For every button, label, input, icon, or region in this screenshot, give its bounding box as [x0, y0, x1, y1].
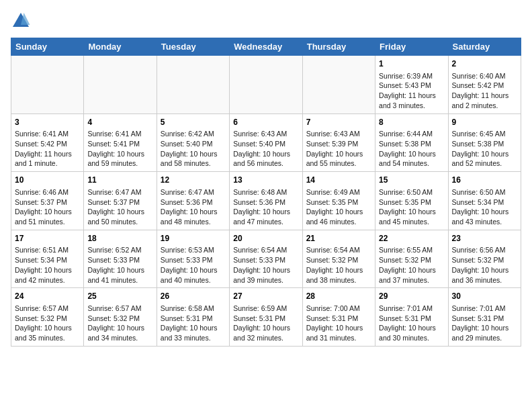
calendar-cell: 15Sunrise: 6:50 AM Sunset: 5:35 PM Dayli…	[375, 172, 448, 230]
day-info: Sunrise: 6:43 AM Sunset: 5:39 PM Dayligh…	[306, 129, 371, 169]
day-info: Sunrise: 7:01 AM Sunset: 5:31 PM Dayligh…	[379, 304, 444, 343]
calendar-cell: 13Sunrise: 6:48 AM Sunset: 5:36 PM Dayli…	[230, 172, 302, 230]
day-number: 21	[306, 233, 371, 244]
day-number: 5	[161, 117, 226, 128]
day-info: Sunrise: 7:01 AM Sunset: 5:31 PM Dayligh…	[452, 304, 517, 343]
day-info: Sunrise: 6:43 AM Sunset: 5:40 PM Dayligh…	[233, 129, 298, 169]
calendar-cell: 19Sunrise: 6:53 AM Sunset: 5:33 PM Dayli…	[157, 230, 229, 288]
day-info: Sunrise: 6:46 AM Sunset: 5:37 PM Dayligh…	[15, 187, 80, 227]
calendar-header-row: SundayMondayTuesdayWednesdayThursdayFrid…	[11, 38, 521, 56]
calendar-cell: 29Sunrise: 7:01 AM Sunset: 5:31 PM Dayli…	[375, 288, 448, 347]
day-number: 4	[87, 117, 152, 128]
day-number: 27	[233, 291, 298, 302]
day-info: Sunrise: 6:54 AM Sunset: 5:33 PM Dayligh…	[233, 245, 298, 285]
calendar-cell: 28Sunrise: 7:00 AM Sunset: 5:31 PM Dayli…	[302, 288, 375, 347]
calendar-cell: 6Sunrise: 6:43 AM Sunset: 5:40 PM Daylig…	[230, 113, 302, 172]
calendar-header-tuesday: Tuesday	[157, 38, 229, 56]
calendar-cell: 4Sunrise: 6:41 AM Sunset: 5:41 PM Daylig…	[84, 113, 157, 172]
calendar-cell: 25Sunrise: 6:57 AM Sunset: 5:32 PM Dayli…	[84, 288, 157, 347]
calendar-header-wednesday: Wednesday	[230, 38, 302, 56]
day-number: 12	[161, 175, 226, 186]
day-number: 28	[306, 291, 371, 302]
day-number: 1	[379, 58, 444, 70]
calendar-header-saturday: Saturday	[448, 38, 521, 56]
calendar-header-sunday: Sunday	[11, 38, 84, 56]
calendar-cell: 21Sunrise: 6:54 AM Sunset: 5:32 PM Dayli…	[302, 230, 375, 288]
calendar: SundayMondayTuesdayWednesdayThursdayFrid…	[11, 38, 521, 347]
day-info: Sunrise: 7:00 AM Sunset: 5:31 PM Dayligh…	[306, 304, 371, 343]
calendar-cell: 8Sunrise: 6:44 AM Sunset: 5:38 PM Daylig…	[375, 113, 448, 172]
day-info: Sunrise: 6:57 AM Sunset: 5:32 PM Dayligh…	[15, 304, 80, 343]
day-number: 9	[452, 117, 517, 128]
calendar-cell: 23Sunrise: 6:56 AM Sunset: 5:32 PM Dayli…	[448, 230, 521, 288]
day-info: Sunrise: 6:51 AM Sunset: 5:34 PM Dayligh…	[15, 245, 80, 285]
day-info: Sunrise: 6:47 AM Sunset: 5:36 PM Dayligh…	[161, 187, 226, 227]
day-info: Sunrise: 6:59 AM Sunset: 5:31 PM Dayligh…	[233, 304, 298, 343]
calendar-cell: 20Sunrise: 6:54 AM Sunset: 5:33 PM Dayli…	[230, 230, 302, 288]
calendar-cell: 11Sunrise: 6:47 AM Sunset: 5:37 PM Dayli…	[84, 172, 157, 230]
calendar-cell: 7Sunrise: 6:43 AM Sunset: 5:39 PM Daylig…	[302, 113, 375, 172]
day-number: 24	[15, 291, 80, 302]
calendar-cell: 3Sunrise: 6:41 AM Sunset: 5:42 PM Daylig…	[11, 113, 84, 172]
day-info: Sunrise: 6:41 AM Sunset: 5:41 PM Dayligh…	[87, 129, 152, 169]
day-number: 14	[306, 175, 371, 186]
calendar-header-friday: Friday	[375, 38, 448, 56]
calendar-cell	[230, 56, 302, 114]
day-number: 20	[233, 233, 298, 244]
day-number: 17	[15, 233, 80, 244]
day-info: Sunrise: 6:54 AM Sunset: 5:32 PM Dayligh…	[306, 245, 371, 285]
day-number: 11	[87, 175, 152, 186]
day-number: 8	[379, 117, 444, 128]
calendar-cell: 18Sunrise: 6:52 AM Sunset: 5:33 PM Dayli…	[84, 230, 157, 288]
calendar-cell: 27Sunrise: 6:59 AM Sunset: 5:31 PM Dayli…	[230, 288, 302, 347]
day-number: 29	[379, 291, 444, 302]
calendar-cell	[302, 56, 375, 114]
calendar-cell	[84, 56, 157, 114]
day-info: Sunrise: 6:57 AM Sunset: 5:32 PM Dayligh…	[87, 304, 152, 343]
calendar-header-monday: Monday	[84, 38, 157, 56]
day-number: 6	[233, 117, 298, 128]
calendar-cell: 14Sunrise: 6:49 AM Sunset: 5:35 PM Dayli…	[302, 172, 375, 230]
day-number: 26	[161, 291, 226, 302]
day-info: Sunrise: 6:49 AM Sunset: 5:35 PM Dayligh…	[306, 187, 371, 227]
calendar-cell: 12Sunrise: 6:47 AM Sunset: 5:36 PM Dayli…	[157, 172, 229, 230]
day-info: Sunrise: 6:55 AM Sunset: 5:32 PM Dayligh…	[379, 245, 444, 285]
calendar-cell: 30Sunrise: 7:01 AM Sunset: 5:31 PM Dayli…	[448, 288, 521, 347]
logo	[11, 11, 34, 31]
day-number: 10	[15, 175, 80, 186]
day-info: Sunrise: 6:48 AM Sunset: 5:36 PM Dayligh…	[233, 187, 298, 227]
day-info: Sunrise: 6:58 AM Sunset: 5:31 PM Dayligh…	[161, 304, 226, 343]
calendar-cell: 22Sunrise: 6:55 AM Sunset: 5:32 PM Dayli…	[375, 230, 448, 288]
day-info: Sunrise: 6:56 AM Sunset: 5:32 PM Dayligh…	[452, 245, 517, 285]
day-number: 3	[15, 117, 80, 128]
logo-icon	[11, 11, 31, 31]
page-header	[11, 11, 521, 31]
day-info: Sunrise: 6:50 AM Sunset: 5:35 PM Dayligh…	[379, 187, 444, 227]
day-info: Sunrise: 6:50 AM Sunset: 5:34 PM Dayligh…	[452, 187, 517, 227]
calendar-week-1: 1Sunrise: 6:39 AM Sunset: 5:43 PM Daylig…	[11, 56, 521, 114]
calendar-cell	[11, 56, 84, 114]
day-info: Sunrise: 6:40 AM Sunset: 5:42 PM Dayligh…	[452, 71, 517, 111]
calendar-header-thursday: Thursday	[302, 38, 375, 56]
day-number: 30	[452, 291, 517, 302]
day-number: 15	[379, 175, 444, 186]
day-number: 18	[87, 233, 152, 244]
day-number: 23	[452, 233, 517, 244]
day-number: 13	[233, 175, 298, 186]
calendar-cell: 1Sunrise: 6:39 AM Sunset: 5:43 PM Daylig…	[375, 56, 448, 114]
day-number: 2	[452, 58, 517, 70]
day-info: Sunrise: 6:45 AM Sunset: 5:38 PM Dayligh…	[452, 129, 517, 169]
calendar-cell: 2Sunrise: 6:40 AM Sunset: 5:42 PM Daylig…	[448, 56, 521, 114]
day-info: Sunrise: 6:39 AM Sunset: 5:43 PM Dayligh…	[379, 71, 444, 111]
day-info: Sunrise: 6:52 AM Sunset: 5:33 PM Dayligh…	[87, 245, 152, 285]
calendar-cell: 26Sunrise: 6:58 AM Sunset: 5:31 PM Dayli…	[157, 288, 229, 347]
calendar-week-3: 10Sunrise: 6:46 AM Sunset: 5:37 PM Dayli…	[11, 172, 521, 230]
day-info: Sunrise: 6:44 AM Sunset: 5:38 PM Dayligh…	[379, 129, 444, 169]
day-info: Sunrise: 6:42 AM Sunset: 5:40 PM Dayligh…	[161, 129, 226, 169]
calendar-week-4: 17Sunrise: 6:51 AM Sunset: 5:34 PM Dayli…	[11, 230, 521, 288]
calendar-cell: 17Sunrise: 6:51 AM Sunset: 5:34 PM Dayli…	[11, 230, 84, 288]
calendar-cell: 24Sunrise: 6:57 AM Sunset: 5:32 PM Dayli…	[11, 288, 84, 347]
calendar-week-2: 3Sunrise: 6:41 AM Sunset: 5:42 PM Daylig…	[11, 113, 521, 172]
calendar-cell: 5Sunrise: 6:42 AM Sunset: 5:40 PM Daylig…	[157, 113, 229, 172]
calendar-week-5: 24Sunrise: 6:57 AM Sunset: 5:32 PM Dayli…	[11, 288, 521, 347]
